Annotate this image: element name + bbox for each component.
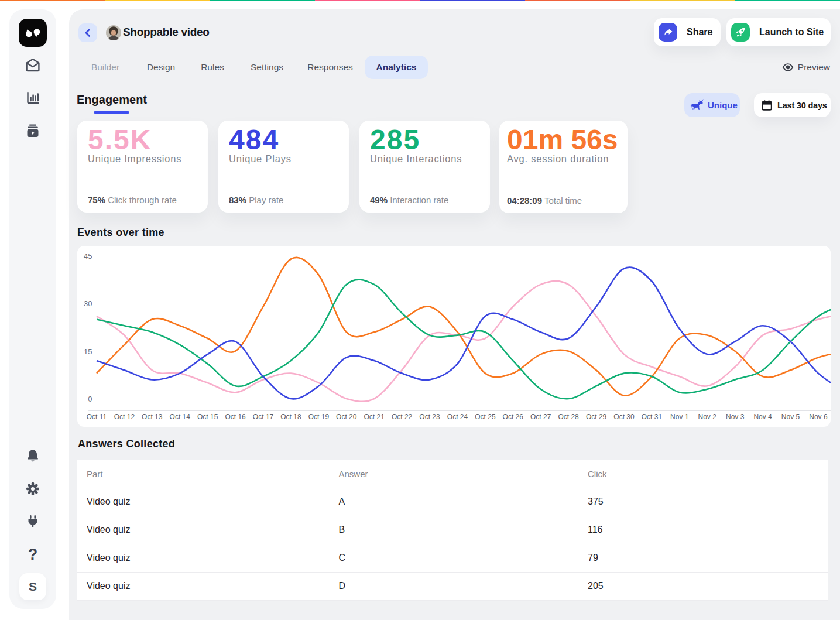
svg-text:Oct 13: Oct 13 — [142, 413, 163, 421]
svg-text:Oct 24: Oct 24 — [447, 413, 468, 421]
svg-text:Oct 28: Oct 28 — [558, 413, 579, 421]
svg-text:Oct 15: Oct 15 — [197, 413, 218, 421]
svg-text:Oct 22: Oct 22 — [392, 413, 413, 421]
svg-text:Oct 23: Oct 23 — [419, 413, 440, 421]
svg-text:Oct 31: Oct 31 — [642, 413, 663, 421]
svg-text:0: 0 — [88, 395, 92, 403]
svg-text:Oct 20: Oct 20 — [336, 413, 357, 421]
svg-text:Nov 6: Nov 6 — [809, 413, 828, 421]
svg-text:Oct 29: Oct 29 — [586, 413, 607, 421]
svg-text:Nov 3: Nov 3 — [726, 413, 745, 421]
svg-text:15: 15 — [84, 347, 92, 356]
svg-text:Oct 30: Oct 30 — [613, 413, 635, 421]
svg-text:Nov 1: Nov 1 — [670, 413, 689, 421]
svg-text:Oct 27: Oct 27 — [530, 413, 551, 421]
svg-text:Oct 19: Oct 19 — [308, 413, 330, 421]
svg-text:Oct 21: Oct 21 — [364, 413, 385, 421]
svg-text:Nov 4: Nov 4 — [753, 413, 772, 421]
svg-text:Oct 18: Oct 18 — [280, 413, 301, 421]
svg-text:Nov 5: Nov 5 — [781, 413, 800, 421]
svg-text:Nov 2: Nov 2 — [698, 413, 717, 421]
svg-text:Oct 12: Oct 12 — [114, 413, 135, 421]
svg-text:Oct 25: Oct 25 — [475, 413, 496, 421]
svg-text:Oct 26: Oct 26 — [503, 413, 524, 421]
svg-text:Oct 16: Oct 16 — [225, 413, 246, 421]
svg-text:Oct 14: Oct 14 — [170, 413, 191, 421]
svg-text:30: 30 — [84, 299, 92, 308]
svg-text:Oct 11: Oct 11 — [87, 413, 107, 421]
svg-text:Oct 17: Oct 17 — [253, 413, 274, 421]
svg-text:45: 45 — [84, 252, 92, 261]
